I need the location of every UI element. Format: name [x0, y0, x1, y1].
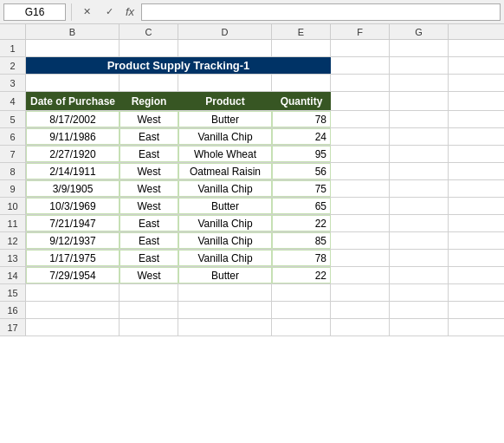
cell-region-12[interactable]: East [120, 232, 178, 249]
cell-b15[interactable] [26, 284, 120, 301]
col-header-d[interactable]: D [178, 24, 272, 39]
cell-g4[interactable] [390, 92, 449, 110]
col-header-b[interactable]: B [26, 24, 120, 39]
cell-f11[interactable] [331, 215, 390, 231]
cell-d17[interactable] [178, 319, 272, 336]
header-region[interactable]: Region [120, 92, 178, 110]
cell-qty-11[interactable]: 22 [272, 215, 331, 231]
name-box[interactable] [3, 3, 66, 21]
cell-product-13[interactable]: Vanilla Chip [178, 250, 272, 266]
cell-date-12[interactable]: 9/12/1937 [26, 232, 120, 249]
cell-product-11[interactable]: Vanilla Chip [178, 215, 272, 231]
cell-product-10[interactable]: Butter [178, 198, 272, 214]
header-quantity[interactable]: Quantity [272, 92, 331, 110]
cell-region-7[interactable]: East [120, 146, 178, 162]
cell-g1[interactable] [390, 40, 449, 56]
cell-e17[interactable] [272, 319, 331, 336]
cell-f2[interactable] [331, 57, 390, 74]
cell-f13[interactable] [331, 250, 390, 266]
cell-qty-9[interactable]: 75 [272, 180, 331, 197]
cell-e15[interactable] [272, 284, 331, 301]
cell-qty-5[interactable]: 78 [272, 111, 331, 127]
cell-b17[interactable] [26, 319, 120, 336]
cell-product-14[interactable]: Butter [178, 267, 272, 283]
cell-g15[interactable] [390, 284, 449, 301]
cell-f4[interactable] [331, 92, 390, 110]
cell-date-10[interactable]: 10/3/1969 [26, 198, 120, 214]
cell-g8[interactable] [390, 163, 449, 179]
col-header-g[interactable]: G [390, 24, 449, 39]
cell-f1[interactable] [331, 40, 390, 56]
cell-g6[interactable] [390, 128, 449, 145]
cell-date-14[interactable]: 7/29/1954 [26, 267, 120, 283]
cell-d16[interactable] [178, 302, 272, 318]
cell-d15[interactable] [178, 284, 272, 301]
cell-d3[interactable] [178, 75, 272, 91]
cell-e16[interactable] [272, 302, 331, 318]
cell-region-5[interactable]: West [120, 111, 178, 127]
cell-g16[interactable] [390, 302, 449, 318]
cell-region-9[interactable]: West [120, 180, 178, 197]
cell-c16[interactable] [120, 302, 178, 318]
cell-f5[interactable] [331, 111, 390, 127]
cell-e1[interactable] [272, 40, 331, 56]
cell-qty-10[interactable]: 65 [272, 198, 331, 214]
cell-g11[interactable] [390, 215, 449, 231]
cell-f7[interactable] [331, 146, 390, 162]
cell-f16[interactable] [331, 302, 390, 318]
cell-product-12[interactable]: Vanilla Chip [178, 232, 272, 249]
cell-product-6[interactable]: Vanilla Chip [178, 128, 272, 145]
col-header-e[interactable]: E [272, 24, 331, 39]
cell-product-7[interactable]: Whole Wheat [178, 146, 272, 162]
cell-region-14[interactable]: West [120, 267, 178, 283]
cell-g2[interactable] [390, 57, 449, 74]
cell-g5[interactable] [390, 111, 449, 127]
cell-region-8[interactable]: West [120, 163, 178, 179]
cell-date-13[interactable]: 1/17/1975 [26, 250, 120, 266]
cell-b3[interactable] [26, 75, 120, 91]
cell-date-11[interactable]: 7/21/1947 [26, 215, 120, 231]
col-header-f[interactable]: F [331, 24, 390, 39]
cell-region-10[interactable]: West [120, 198, 178, 214]
cancel-button[interactable]: ✕ [77, 3, 96, 21]
cell-region-6[interactable]: East [120, 128, 178, 145]
cell-region-11[interactable]: East [120, 215, 178, 231]
cell-product-9[interactable]: Vanilla Chip [178, 180, 272, 197]
cell-f10[interactable] [331, 198, 390, 214]
cell-g13[interactable] [390, 250, 449, 266]
cell-f9[interactable] [331, 180, 390, 197]
cell-g17[interactable] [390, 319, 449, 336]
cell-qty-6[interactable]: 24 [272, 128, 331, 145]
cell-date-9[interactable]: 3/9/1905 [26, 180, 120, 197]
cell-g14[interactable] [390, 267, 449, 283]
cell-qty-7[interactable]: 95 [272, 146, 331, 162]
col-header-c[interactable]: C [120, 24, 178, 39]
cell-date-7[interactable]: 2/27/1920 [26, 146, 120, 162]
cell-c17[interactable] [120, 319, 178, 336]
cell-qty-13[interactable]: 78 [272, 250, 331, 266]
cell-date-8[interactable]: 2/14/1911 [26, 163, 120, 179]
cell-b16[interactable] [26, 302, 120, 318]
cell-qty-8[interactable]: 56 [272, 163, 331, 179]
cell-g7[interactable] [390, 146, 449, 162]
cell-f8[interactable] [331, 163, 390, 179]
cell-c15[interactable] [120, 284, 178, 301]
cell-g9[interactable] [390, 180, 449, 197]
cell-f3[interactable] [331, 75, 390, 91]
cell-f12[interactable] [331, 232, 390, 249]
cell-qty-12[interactable]: 85 [272, 232, 331, 249]
cell-product-8[interactable]: Oatmeal Raisin [178, 163, 272, 179]
header-product[interactable]: Product [178, 92, 272, 110]
header-date[interactable]: Date of Purchase [26, 92, 120, 110]
cell-d1[interactable] [178, 40, 272, 56]
cell-b1[interactable] [26, 40, 120, 56]
cell-c1[interactable] [120, 40, 178, 56]
cell-product-5[interactable]: Butter [178, 111, 272, 127]
formula-input[interactable] [141, 3, 501, 21]
title-cell[interactable]: Product Supply Tracking-1 [26, 57, 331, 74]
confirm-button[interactable]: ✓ [100, 3, 119, 21]
cell-date-5[interactable]: 8/17/2002 [26, 111, 120, 127]
cell-f14[interactable] [331, 267, 390, 283]
cell-f15[interactable] [331, 284, 390, 301]
cell-region-13[interactable]: East [120, 250, 178, 266]
